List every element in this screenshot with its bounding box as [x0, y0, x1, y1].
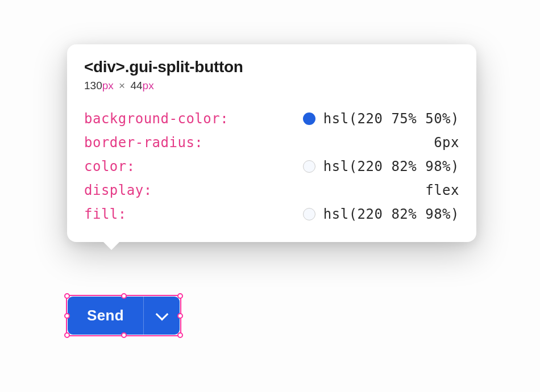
inspector-dimensions: 130px × 44px [84, 80, 459, 92]
style-prop: border-radius [84, 136, 194, 149]
selection-handle[interactable] [177, 332, 183, 338]
chevron-down-icon [155, 307, 168, 320]
style-row-border-radius: border-radius: 6px [84, 131, 459, 155]
style-prop: display [84, 184, 144, 197]
style-row-fill: fill: hsl(220 82% 98%) [84, 202, 459, 226]
style-prop: color [84, 160, 127, 173]
inspector-style-rows: background-color: hsl(220 75% 50%) borde… [84, 107, 459, 226]
color-swatch-icon [303, 160, 315, 173]
style-prop: fill [84, 207, 118, 221]
dim-separator: × [119, 80, 125, 91]
split-button[interactable]: Send [68, 297, 180, 335]
color-swatch-icon [303, 112, 315, 125]
element-inspector-tooltip: <div>.gui-split-button 130px × 44px back… [67, 44, 476, 242]
selection-bounds: Send [66, 295, 181, 336]
selector-class: .gui-split-button [125, 58, 243, 76]
color-swatch-icon [303, 208, 315, 220]
style-value: 6px [434, 136, 459, 149]
inspector-selector: <div>.gui-split-button [84, 58, 459, 76]
style-value: hsl(220 75% 50%) [323, 112, 459, 126]
style-value: flex [425, 184, 459, 197]
style-row-background-color: background-color: hsl(220 75% 50%) [84, 107, 459, 131]
width-unit: px [102, 80, 114, 91]
selector-tag: <div> [84, 58, 125, 76]
send-button-label: Send [87, 307, 124, 324]
split-button-dropdown[interactable] [143, 297, 180, 335]
style-row-display: display: flex [84, 178, 459, 202]
height-value: 44 [130, 80, 142, 91]
style-value: hsl(220 82% 98%) [323, 207, 459, 221]
style-prop: background-color [84, 112, 220, 126]
send-button[interactable]: Send [68, 297, 143, 335]
width-value: 130 [84, 80, 102, 91]
height-unit: px [143, 80, 154, 91]
style-value: hsl(220 82% 98%) [323, 160, 459, 173]
style-row-color: color: hsl(220 82% 98%) [84, 155, 459, 178]
